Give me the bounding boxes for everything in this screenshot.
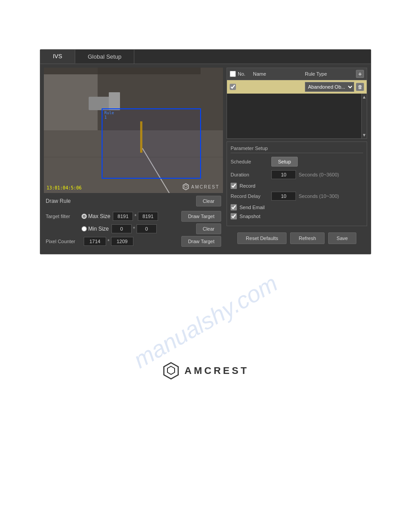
rule-row-checkbox[interactable] bbox=[230, 84, 236, 90]
amcrest-video-logo: AMCREST bbox=[191, 184, 219, 189]
ivs-panel: IVS Global Setup bbox=[40, 49, 371, 254]
svg-marker-12 bbox=[183, 184, 188, 190]
duration-input[interactable] bbox=[271, 170, 296, 179]
warehouse-scene: Rule 1 13:01:04:5:06 AMCREST bbox=[44, 68, 223, 193]
snapshot-row: Snapshot bbox=[231, 213, 363, 219]
record-label: Record bbox=[240, 183, 255, 189]
min-height-input[interactable] bbox=[137, 224, 157, 233]
rule-header-checkbox[interactable] bbox=[230, 71, 236, 77]
svg-marker-13 bbox=[184, 185, 187, 188]
send-email-row: Send Email bbox=[231, 204, 363, 210]
min-size-radio-option[interactable]: Min Size bbox=[81, 226, 109, 232]
rule-scrollbar[interactable]: ▲ ▼ bbox=[361, 94, 367, 138]
draw-target-button-pixel[interactable]: Draw Target bbox=[181, 236, 221, 247]
target-filter-label: Target filter bbox=[46, 214, 81, 219]
scroll-up-arrow[interactable]: ▲ bbox=[361, 94, 368, 100]
tab-bar: IVS Global Setup bbox=[40, 50, 371, 64]
rule-delete-button[interactable]: 🗑 bbox=[356, 83, 364, 91]
svg-text:1: 1 bbox=[104, 115, 107, 120]
snapshot-checkbox[interactable] bbox=[231, 213, 237, 219]
video-feed: Rule 1 13:01:04:5:06 AMCREST bbox=[44, 68, 223, 193]
reset-defaults-button[interactable]: Reset Defaults bbox=[237, 232, 287, 244]
duration-label: Duration bbox=[231, 172, 269, 177]
min-width-input[interactable] bbox=[111, 224, 132, 233]
min-size-label: Min Size bbox=[88, 226, 109, 232]
pixel-counter-row: Pixel Counter * Draw Target bbox=[46, 236, 221, 247]
scroll-down-arrow[interactable]: ▼ bbox=[361, 132, 368, 138]
draw-rule-label: Draw Rule bbox=[46, 198, 193, 204]
rule-table-header: No. Name Rule Type + bbox=[227, 68, 367, 80]
rule-scroll-area: ▲ ▼ bbox=[227, 94, 367, 138]
max-height-input[interactable] bbox=[138, 212, 158, 221]
duration-row: Duration Seconds (0~3600) bbox=[231, 170, 363, 179]
max-size-radio[interactable] bbox=[81, 214, 87, 219]
send-email-label: Send Email bbox=[240, 205, 265, 210]
svg-text:Rule: Rule bbox=[104, 111, 114, 115]
svg-rect-7 bbox=[44, 68, 201, 74]
svg-rect-9 bbox=[102, 109, 201, 178]
rule-col-name-header: Name bbox=[253, 71, 303, 77]
schedule-label: Schedule bbox=[231, 159, 269, 164]
record-row: Record bbox=[231, 183, 363, 189]
rule-col-no-header: No. bbox=[238, 71, 251, 77]
record-delay-label: Record Delay bbox=[231, 193, 269, 199]
send-email-checkbox[interactable] bbox=[231, 204, 237, 210]
rule-table-row: Abandoned Ob... Tripwire Intrusion Fast … bbox=[227, 80, 367, 94]
save-button[interactable]: Save bbox=[328, 232, 356, 244]
content-area: Rule 1 13:01:04:5:06 AMCREST bbox=[40, 64, 371, 254]
draw-rule-row: Draw Rule Clear bbox=[44, 193, 223, 209]
filter-min-row: Min Size * Clear bbox=[46, 223, 221, 234]
rule-add-button[interactable]: + bbox=[356, 70, 364, 78]
footer-logo-icon bbox=[162, 362, 180, 380]
rule-col-type-header: Rule Type bbox=[305, 71, 354, 77]
record-delay-row: Record Delay Seconds (10~300) bbox=[231, 192, 363, 201]
bottom-buttons: Reset Defaults Refresh Save bbox=[227, 229, 367, 246]
record-checkbox[interactable] bbox=[231, 183, 237, 189]
watermark-text: manualshy.com bbox=[129, 270, 282, 373]
tab-ivs[interactable]: IVS bbox=[40, 50, 75, 64]
min-size-separator: * bbox=[133, 226, 135, 232]
max-size-label: Max Size bbox=[88, 213, 110, 219]
draw-target-button-max[interactable]: Draw Target bbox=[181, 211, 221, 222]
pixel-width-input[interactable] bbox=[84, 237, 106, 246]
right-panel: No. Name Rule Type + Abandoned Ob... Tri… bbox=[227, 68, 367, 250]
svg-marker-15 bbox=[167, 366, 175, 374]
parameter-setup: Parameter Setup Schedule Setup Duration … bbox=[227, 142, 367, 226]
footer-logo: AMCREST bbox=[162, 362, 249, 380]
snapshot-label: Snapshot bbox=[240, 214, 260, 219]
footer-logo-text: AMCREST bbox=[184, 365, 249, 377]
filter-buttons-right-min: Clear bbox=[196, 223, 221, 234]
filter-max-row: Target filter Max Size * Draw Target bbox=[46, 211, 221, 222]
pixel-counter-label: Pixel Counter bbox=[46, 239, 84, 244]
svg-marker-14 bbox=[164, 363, 178, 379]
svg-rect-6 bbox=[109, 92, 120, 110]
video-timestamp: 13:01:04:5:06 bbox=[47, 185, 81, 190]
record-delay-input[interactable] bbox=[271, 192, 296, 201]
schedule-row: Schedule Setup bbox=[231, 157, 363, 167]
max-size-radio-option[interactable]: Max Size bbox=[81, 213, 110, 219]
parameter-setup-title: Parameter Setup bbox=[231, 146, 363, 153]
min-size-radio[interactable] bbox=[81, 226, 87, 232]
rule-type-select[interactable]: Abandoned Ob... Tripwire Intrusion Fast … bbox=[305, 82, 354, 92]
pixel-height-input[interactable] bbox=[111, 237, 133, 246]
max-size-separator: * bbox=[134, 213, 137, 219]
target-filter-section: Target filter Max Size * Draw Target bbox=[44, 209, 223, 250]
clear-button-filter[interactable]: Clear bbox=[196, 223, 221, 234]
clear-button-top[interactable]: Clear bbox=[196, 196, 221, 206]
pixel-separator: * bbox=[107, 238, 110, 245]
schedule-setup-button[interactable]: Setup bbox=[271, 157, 298, 167]
refresh-button[interactable]: Refresh bbox=[290, 232, 325, 244]
duration-unit: Seconds (0~3600) bbox=[299, 172, 339, 177]
rule-table: No. Name Rule Type + Abandoned Ob... Tri… bbox=[227, 68, 367, 139]
video-logo: AMCREST bbox=[182, 183, 219, 190]
filter-buttons-right: Draw Target bbox=[181, 211, 221, 222]
max-width-input[interactable] bbox=[113, 212, 133, 221]
tab-global-setup[interactable]: Global Setup bbox=[75, 50, 134, 64]
record-delay-unit: Seconds (10~300) bbox=[299, 193, 339, 199]
left-panel: Rule 1 13:01:04:5:06 AMCREST bbox=[44, 68, 223, 250]
